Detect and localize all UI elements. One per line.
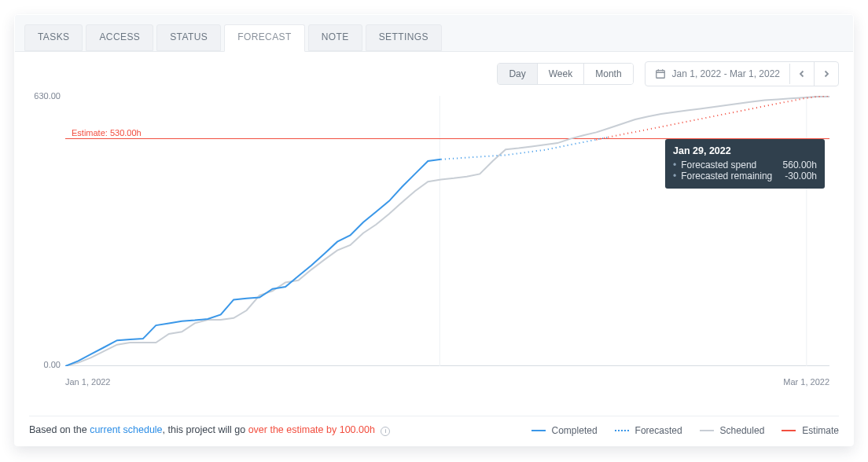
timescale-month-button[interactable]: Month xyxy=(584,64,632,84)
chevron-right-icon xyxy=(822,70,830,78)
legend-scheduled: Scheduled xyxy=(700,425,765,436)
summary-mid: , this project will go xyxy=(163,424,248,435)
legend-scheduled-label: Scheduled xyxy=(720,425,765,436)
x-axis-start: Jan 1, 2022 xyxy=(65,377,111,387)
tabs: TASKSACCESSSTATUSFORECASTNOTESETTINGS xyxy=(15,15,853,52)
legend: Completed Forecasted Scheduled Estimate xyxy=(531,425,839,436)
forecast-line-chart xyxy=(65,96,829,366)
info-icon[interactable]: i xyxy=(381,427,390,436)
current-schedule-link[interactable]: current schedule xyxy=(90,424,162,435)
x-axis-end: Mar 1, 2022 xyxy=(783,377,829,387)
timescale-week-button[interactable]: Week xyxy=(538,64,584,84)
summary-prefix: Based on the xyxy=(29,424,90,435)
tab-status[interactable]: STATUS xyxy=(156,24,221,51)
legend-estimate-label: Estimate xyxy=(802,425,839,436)
legend-forecasted: Forecasted xyxy=(615,425,682,436)
tab-settings[interactable]: SETTINGS xyxy=(366,24,442,51)
tab-access[interactable]: ACCESS xyxy=(86,24,153,51)
summary-overrun: over the estimate by 100.00h xyxy=(248,424,375,435)
timescale-day-button[interactable]: Day xyxy=(498,64,537,84)
legend-completed-label: Completed xyxy=(552,425,598,436)
y-axis-min: 0.00 xyxy=(29,360,61,369)
tab-tasks[interactable]: TASKS xyxy=(24,24,83,51)
date-range-picker[interactable]: Jan 1, 2022 - Mar 1, 2022 xyxy=(645,64,790,84)
forecast-summary: Based on the current schedule, this proj… xyxy=(29,424,390,436)
tooltip-date: Jan 29, 2022 xyxy=(673,145,817,156)
legend-estimate: Estimate xyxy=(782,425,839,436)
date-range-text: Jan 1, 2022 - Mar 1, 2022 xyxy=(672,68,780,79)
chart-tooltip: Jan 29, 2022 Forecasted spend560.00hFore… xyxy=(665,139,825,189)
legend-completed: Completed xyxy=(531,425,598,436)
y-axis-max: 630.00 xyxy=(29,91,61,101)
chart-footer: Based on the current schedule, this proj… xyxy=(29,416,839,436)
chart-toolbar: DayWeekMonth Jan 1, 2022 - Mar 1, 2022 xyxy=(15,52,853,91)
date-range-group: Jan 1, 2022 - Mar 1, 2022 xyxy=(645,61,839,86)
date-next-button[interactable] xyxy=(814,62,838,86)
chart-area: 630.00 0.00 Estimate: 530.00h Jan 29, 20… xyxy=(29,91,839,388)
tab-forecast[interactable]: FORECAST xyxy=(224,24,305,52)
tab-note[interactable]: NOTE xyxy=(308,24,362,51)
timescale-selector: DayWeekMonth xyxy=(497,63,633,85)
forecast-card: TASKSACCESSSTATUSFORECASTNOTESETTINGS Da… xyxy=(14,14,854,446)
date-prev-button[interactable] xyxy=(790,62,814,86)
svg-rect-0 xyxy=(656,71,664,79)
tooltip-row: Forecasted spend560.00h xyxy=(673,160,817,170)
chevron-left-icon xyxy=(798,70,806,78)
legend-forecasted-label: Forecasted xyxy=(635,425,682,436)
tooltip-row: Forecasted remaining-30.00h xyxy=(673,170,817,182)
calendar-icon xyxy=(655,68,666,79)
plot[interactable]: Jan 29, 2022 Forecasted spend560.00hFore… xyxy=(65,96,829,366)
